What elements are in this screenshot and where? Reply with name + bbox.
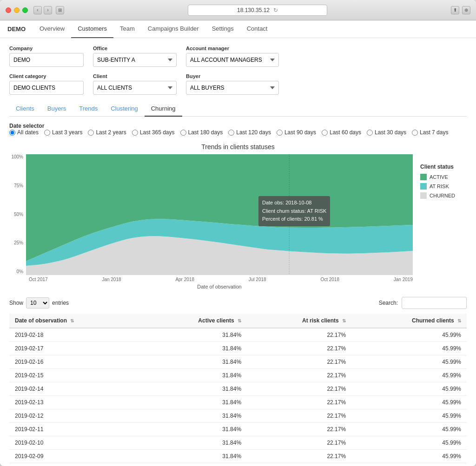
data-table: Date of observation ⇅ Active clients ⇅ A… xyxy=(9,314,467,463)
date-2y[interactable]: Last 2 years xyxy=(88,129,126,136)
search-input[interactable] xyxy=(402,297,467,309)
date-selector-section: Date selector All dates Last 3 years Las… xyxy=(9,122,467,136)
cell-active-6: 31.84% xyxy=(144,409,247,423)
client-category-label: Client category xyxy=(9,73,84,79)
close-button[interactable] xyxy=(6,7,11,13)
col-active[interactable]: Active clients ⇅ xyxy=(144,314,247,328)
nav-settings[interactable]: Settings xyxy=(205,20,240,38)
legend-active: ACTIVE xyxy=(420,174,467,180)
date-all[interactable]: All dates xyxy=(9,129,39,136)
url-bar[interactable]: 18.130.35.12 ↻ xyxy=(188,5,327,16)
cell-active-8: 31.84% xyxy=(144,436,247,450)
table-row: 2019-02-14 31.84% 22.17% 45.99% xyxy=(9,382,467,396)
nav-team[interactable]: Team xyxy=(113,20,141,38)
cell-date-2: 2019-02-16 xyxy=(9,355,144,369)
forward-button[interactable]: › xyxy=(44,6,52,14)
date-3y[interactable]: Last 3 years xyxy=(44,129,82,136)
nav-customers[interactable]: Customers xyxy=(71,20,113,38)
tooltip-content: Date obs: 2018-10-08 Client churn status… xyxy=(258,196,330,226)
date-120[interactable]: Last 120 days xyxy=(228,129,271,136)
tab-trends[interactable]: Trends xyxy=(73,101,104,117)
table-row: 2019-02-12 31.84% 22.17% 45.99% xyxy=(9,409,467,423)
cell-date-1: 2019-02-17 xyxy=(9,342,144,355)
company-input[interactable] xyxy=(9,53,84,67)
sort-active-icon: ⇅ xyxy=(238,318,241,323)
tab-clustering[interactable]: Clustering xyxy=(104,101,145,117)
cell-at-risk-3: 22.17% xyxy=(247,369,351,382)
col-date[interactable]: Date of observation ⇅ xyxy=(9,314,144,328)
client-category-input[interactable] xyxy=(9,81,84,95)
cell-date-5: 2019-02-13 xyxy=(9,396,144,409)
cell-churned-9: 45.99% xyxy=(351,450,467,463)
table-controls: Show 10 25 50 entries Search: xyxy=(9,297,467,309)
buyer-select[interactable]: ALL BUYERS xyxy=(186,81,279,95)
date-7[interactable]: Last 7 days xyxy=(412,129,448,136)
back-button[interactable]: ‹ xyxy=(33,6,42,14)
minimize-button[interactable] xyxy=(14,7,20,13)
date-90[interactable]: Last 90 days xyxy=(277,129,316,136)
date-selector: All dates Last 3 years Last 2 years Last… xyxy=(9,129,467,136)
tab-churning[interactable]: Churning xyxy=(145,101,182,117)
cell-date-8: 2019-02-10 xyxy=(9,436,144,450)
x-jan18: Jan 2018 xyxy=(102,277,121,282)
url-text: 18.130.35.12 xyxy=(237,7,270,13)
table-row: 2019-02-15 31.84% 22.17% 45.99% xyxy=(9,369,467,382)
nav-contact[interactable]: Contact xyxy=(240,20,274,38)
client-select[interactable]: ALL CLIENTS xyxy=(93,81,177,95)
chart-tooltip: Date obs: 2018-10-08 Client churn status… xyxy=(258,196,330,226)
chart-svg xyxy=(26,154,413,275)
date-30[interactable]: Last 30 days xyxy=(367,129,406,136)
cell-active-5: 31.84% xyxy=(144,396,247,409)
sort-churned-icon: ⇅ xyxy=(457,318,461,323)
table-row: 2019-02-16 31.84% 22.17% 45.99% xyxy=(9,355,467,369)
client-filter: Client ALL CLIENTS xyxy=(93,73,177,95)
url-bar-container: 18.130.35.12 ↻ xyxy=(68,5,447,16)
chart-wrapper: 100% 75% 50% 25% 0% xyxy=(9,154,413,289)
show-entries: Show 10 25 50 entries xyxy=(9,297,69,308)
cell-at-risk-0: 22.17% xyxy=(247,328,351,342)
app-brand: DEMO xyxy=(7,26,26,33)
chart-plot[interactable]: Date obs: 2018-10-08 Client churn status… xyxy=(26,154,413,275)
main-content: Company Office SUB-ENTITY A Account mana… xyxy=(0,38,476,466)
search-label: Search: xyxy=(379,300,398,306)
cell-churned-2: 45.99% xyxy=(351,355,467,369)
date-180[interactable]: Last 180 days xyxy=(180,129,223,136)
cell-churned-6: 45.99% xyxy=(351,409,467,423)
company-label: Company xyxy=(9,46,84,51)
date-60[interactable]: Last 60 days xyxy=(322,129,361,136)
cell-active-9: 31.84% xyxy=(144,450,247,463)
cell-at-risk-9: 22.17% xyxy=(247,450,351,463)
search-area: Search: xyxy=(379,297,467,309)
account-manager-select[interactable]: ALL ACCOUNT MANAGERS xyxy=(186,53,279,67)
filter-row-2: Client category Client ALL CLIENTS Buyer… xyxy=(9,73,467,95)
maximize-button[interactable] xyxy=(22,7,28,13)
office-select[interactable]: SUB-ENTITY A xyxy=(93,53,177,67)
reader-button[interactable]: ⊞ xyxy=(56,6,64,14)
cell-date-4: 2019-02-14 xyxy=(9,382,144,396)
tab-clients[interactable]: Clients xyxy=(9,101,41,117)
share-button[interactable]: ⬆ xyxy=(451,6,459,14)
entries-select[interactable]: 10 25 50 xyxy=(26,297,49,308)
tab-buyers[interactable]: Buyers xyxy=(41,101,73,117)
legend-churned-label: CHURNED xyxy=(430,193,455,198)
browser-window: ‹ › ⊞ 18.130.35.12 ↻ ⬆ ⊕ DEMO Overview C… xyxy=(0,0,476,466)
col-churned[interactable]: Churned clients ⇅ xyxy=(351,314,467,328)
legend-at-risk-label: AT RISK xyxy=(430,184,449,189)
cell-churned-4: 45.99% xyxy=(351,382,467,396)
date-365[interactable]: Last 365 days xyxy=(132,129,175,136)
client-label: Client xyxy=(93,73,177,79)
y-75: 75% xyxy=(14,183,23,188)
filter-row-1: Company Office SUB-ENTITY A Account mana… xyxy=(9,46,467,67)
new-tab-button[interactable]: ⊕ xyxy=(462,6,470,14)
legend-churned-color xyxy=(420,192,427,199)
reload-icon[interactable]: ↻ xyxy=(273,7,278,13)
table-body: 2019-02-18 31.84% 22.17% 45.99% 2019-02-… xyxy=(9,328,467,463)
table-row: 2019-02-09 31.84% 22.17% 45.99% xyxy=(9,450,467,463)
chart-inner: 100% 75% 50% 25% 0% xyxy=(9,154,413,275)
nav-campaigns[interactable]: Campaigns Builder xyxy=(141,20,205,38)
nav-overview[interactable]: Overview xyxy=(33,20,71,38)
table-row: 2019-02-11 31.84% 22.17% 45.99% xyxy=(9,423,467,436)
col-at-risk[interactable]: At risk clients ⇅ xyxy=(247,314,351,328)
tooltip-percent: Percent of clients: 20.81 % xyxy=(262,215,326,223)
table-row: 2019-02-17 31.84% 22.17% 45.99% xyxy=(9,342,467,355)
